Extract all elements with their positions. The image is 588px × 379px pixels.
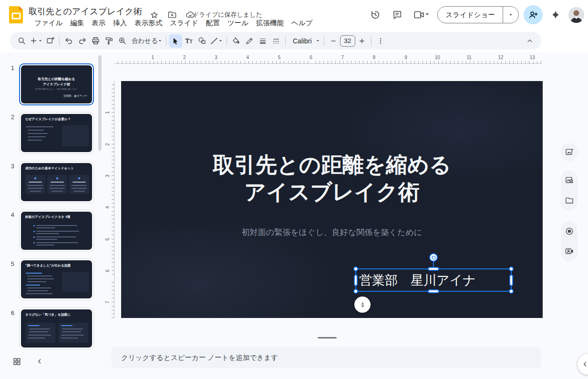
shape-tool-icon[interactable]	[196, 34, 209, 48]
slide-number-1: 1	[7, 64, 14, 72]
slide-canvas[interactable]: 取引先との距離を縮める アイスブレイク術 初対面の緊張をほぐし、良好な関係を築く…	[121, 81, 543, 318]
resize-handle-top-right[interactable]	[509, 266, 514, 271]
rotate-handle-icon[interactable]	[429, 253, 438, 262]
border-color-icon[interactable]	[243, 34, 256, 48]
select-tool-icon[interactable]	[169, 34, 182, 48]
menu-format[interactable]: 表示形式	[131, 17, 166, 29]
menu-extensions[interactable]: 拡張機能	[252, 17, 288, 29]
line-tool-dropdown[interactable]	[217, 34, 224, 48]
resize-handle-top[interactable]	[428, 267, 439, 271]
zoom-fit-dropdown[interactable]	[157, 34, 164, 48]
font-size-decrease-icon[interactable]	[327, 34, 340, 48]
slide-thumbnail-4[interactable]: 鉄板のアイスブレイクネタ 4選	[19, 210, 94, 252]
slide-thumbnail-1[interactable]: 取引先との距離を縮めるアイスブレイク術 初対面の緊張をほぐし、良好な関係を築くた…	[19, 63, 94, 105]
font-family-select[interactable]: Calibri	[288, 37, 317, 45]
slideshow-button-group: スライドショー	[437, 6, 519, 23]
new-slide-dropdown[interactable]	[37, 34, 43, 48]
menu-insert[interactable]: 挿入	[109, 17, 131, 29]
font-family-dropdown[interactable]	[315, 34, 321, 48]
gemini-sparkle-icon[interactable]	[547, 7, 564, 23]
account-avatar[interactable]	[568, 7, 584, 23]
print-icon[interactable]	[89, 34, 102, 48]
h-ruler-label: 10	[435, 55, 440, 60]
selected-textbox[interactable]: 営業部 星川アイナ	[355, 268, 512, 292]
menu-arrange[interactable]: 配置	[202, 17, 224, 29]
border-dash-icon[interactable]	[269, 34, 283, 48]
slide-thumbnail-2[interactable]: なぜアイスブレイクが必要か？	[19, 112, 94, 154]
h-ruler-label: 5	[278, 55, 281, 60]
resize-handle-bottom[interactable]	[428, 289, 439, 293]
comments-icon[interactable]	[389, 6, 406, 23]
meet-call-button[interactable]	[411, 6, 433, 23]
menu-slide[interactable]: スライド	[166, 17, 202, 29]
work-area: 1 2 3 4 5 6 取引先との距離を縮めるアイスブレイク術 初対面の緊張をほ…	[0, 52, 588, 379]
slide-number-3: 3	[7, 163, 14, 170]
slide-thumbnail-5[interactable]: “調べてきました”が伝わる話題	[19, 258, 94, 300]
menu-tools[interactable]: ツール	[224, 17, 252, 29]
share-button[interactable]	[524, 5, 543, 24]
version-history-icon[interactable]	[367, 6, 384, 23]
record-icon[interactable]	[561, 222, 578, 240]
right-rail-group-3	[561, 221, 578, 261]
collapse-toolbar-icon[interactable]	[523, 34, 536, 48]
autofit-options-button[interactable]	[354, 297, 371, 313]
menubar: ファイル 編集 表示 挿入 表示形式 スライド 配置 ツール 拡張機能 ヘルプ	[31, 17, 316, 29]
thumb3-title: 成功のための基本マインドセット	[25, 166, 74, 171]
filmstrip-scrollbar[interactable]	[98, 55, 102, 151]
document-title[interactable]: 取引先とのアイスブレイク術	[29, 6, 142, 17]
slides-logo[interactable]	[9, 5, 24, 24]
collapse-filmstrip-icon[interactable]	[33, 355, 46, 368]
speaker-notes[interactable]: クリックするとスピーカー ノートを追加できます	[112, 347, 541, 368]
v-ruler-label: 5	[105, 238, 110, 241]
h-ruler-label: 1	[152, 55, 155, 60]
paint-format-icon[interactable]	[102, 34, 115, 48]
generate-image-icon[interactable]	[561, 143, 578, 161]
open-side-panel-button[interactable]	[578, 354, 588, 375]
menu-help[interactable]: ヘルプ	[288, 17, 317, 29]
slideshow-dropdown[interactable]	[503, 7, 518, 23]
menu-view[interactable]: 表示	[88, 17, 109, 29]
v-ruler-label: 3	[105, 174, 110, 177]
font-size-input[interactable]: 32	[340, 35, 355, 47]
slideshow-button[interactable]: スライドショー	[438, 7, 503, 23]
zoom-fit-label[interactable]: 合わせる	[129, 37, 159, 45]
slide-title[interactable]: 取引先との距離を縮める アイスブレイク術	[121, 152, 543, 205]
vertical-ruler: 1234567	[106, 81, 114, 318]
image-search-icon[interactable]	[561, 171, 578, 189]
thumb1-title-line2: アイスブレイク術	[43, 82, 70, 86]
border-weight-icon[interactable]	[256, 34, 269, 48]
slide-thumbnail-3[interactable]: 成功のための基本マインドセット	[19, 161, 94, 203]
notes-resize-handle[interactable]	[318, 337, 337, 338]
redo-icon[interactable]	[75, 34, 89, 48]
resize-handle-bottom-right[interactable]	[509, 289, 514, 294]
search-menus-icon[interactable]	[15, 34, 28, 48]
drive-folder-icon[interactable]	[561, 192, 578, 210]
menu-edit[interactable]: 編集	[66, 17, 88, 29]
h-ruler-label: 12	[498, 55, 503, 60]
text-box-tool-icon[interactable]: TT	[182, 34, 196, 48]
h-ruler-label: 8	[373, 55, 376, 60]
textbox-text[interactable]: 営業部 星川アイナ	[356, 272, 476, 289]
main-toolbar: 合わせる TT Calibri 32	[10, 32, 541, 50]
thumb6-title: さりげない「気づき」を話題に	[25, 313, 71, 317]
app-header: 取引先とのアイスブレイク術 ドライブに保存しました ファイル 編集 表示 挿入 …	[0, 0, 588, 30]
fill-color-icon[interactable]	[229, 34, 243, 48]
undo-icon[interactable]	[62, 34, 75, 48]
new-presentation-icon[interactable]	[43, 34, 57, 48]
camera-person-icon[interactable]	[561, 242, 578, 260]
slide-thumbnail-6[interactable]: さりげない「気づき」を話題に	[19, 307, 94, 349]
thumb4-title: 鉄板のアイスブレイクネタ 4選	[25, 215, 70, 219]
resize-handle-left[interactable]	[354, 275, 358, 286]
grid-view-icon[interactable]	[10, 355, 23, 368]
resize-handle-top-left[interactable]	[353, 266, 358, 271]
h-ruler-label: 7	[341, 55, 344, 60]
more-options-icon[interactable]	[374, 34, 387, 48]
v-ruler-label: 4	[105, 206, 110, 209]
menu-file[interactable]: ファイル	[31, 17, 66, 29]
h-ruler-label: 9	[404, 55, 407, 60]
resize-handle-right[interactable]	[509, 275, 513, 286]
resize-handle-bottom-left[interactable]	[353, 289, 358, 294]
slide-subtitle[interactable]: 初対面の緊張をほぐし、良好な関係を築くために	[121, 227, 543, 238]
zoom-icon[interactable]	[115, 34, 129, 48]
font-size-increase-icon[interactable]	[355, 34, 369, 48]
